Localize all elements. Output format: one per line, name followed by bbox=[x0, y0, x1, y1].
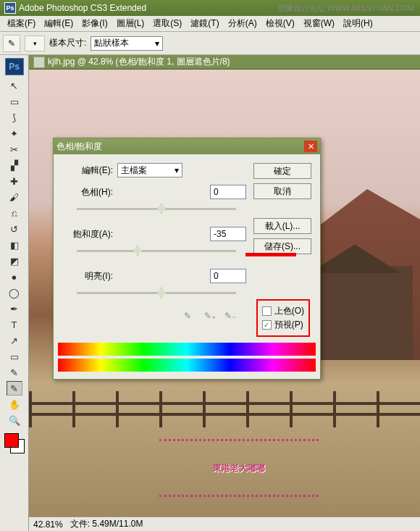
type-tool[interactable]: T bbox=[7, 317, 22, 332]
load-button[interactable]: 載入(L)... bbox=[253, 218, 311, 234]
close-icon[interactable]: ✕ bbox=[304, 141, 317, 152]
cancel-button[interactable]: 取消 bbox=[253, 183, 311, 199]
menu-layer[interactable]: 圖層(L) bbox=[112, 16, 149, 31]
dialog-title: 色相/飽和度 bbox=[56, 141, 102, 153]
eyedropper-icon[interactable]: ✎ bbox=[3, 35, 20, 52]
menu-help[interactable]: 說明(H) bbox=[339, 16, 377, 31]
file-info: 文件: 5.49M/11.0M bbox=[70, 518, 143, 530]
lightness-input[interactable] bbox=[210, 269, 246, 283]
chevron-down-icon: ▾ bbox=[155, 38, 159, 49]
foreground-color[interactable] bbox=[4, 433, 19, 448]
menu-edit[interactable]: 編輯(E) bbox=[40, 16, 77, 31]
lightness-slider[interactable] bbox=[77, 286, 236, 301]
stamp-tool[interactable]: ⎌ bbox=[7, 206, 22, 220]
notes-tool[interactable]: ✎ bbox=[7, 365, 22, 380]
decorative-watermark: 東港老大嘟嘟 bbox=[159, 439, 319, 497]
eyedropper-icon[interactable]: ✎ bbox=[184, 311, 198, 325]
eyedropper-minus-icon[interactable]: ✎₋ bbox=[224, 311, 239, 325]
sample-size-label: 樣本尺寸: bbox=[49, 37, 86, 49]
ps-logo-icon[interactable]: Ps bbox=[5, 58, 24, 75]
slice-tool[interactable]: ▞ bbox=[7, 158, 22, 172]
checkbox-group-highlight: 上色(O) ✓ 預視(P) bbox=[256, 299, 310, 337]
menu-select[interactable]: 選取(S) bbox=[148, 16, 186, 31]
tool-preset-dropdown[interactable]: ▾ bbox=[25, 35, 45, 51]
dialog-titlebar[interactable]: 色相/飽和度 ✕ bbox=[54, 138, 320, 154]
menu-view[interactable]: 檢視(V) bbox=[261, 16, 299, 31]
lightness-label: 明亮(I): bbox=[62, 270, 113, 283]
edit-select[interactable]: 主檔案▾ bbox=[117, 163, 182, 177]
hue-saturation-dialog: 色相/飽和度 ✕ 編輯(E): 主檔案▾ 色相(H): 飽和度(A): 明亮( bbox=[53, 138, 321, 380]
gradient-tool[interactable]: ◩ bbox=[7, 254, 22, 268]
path-tool[interactable]: ↗ bbox=[7, 333, 22, 348]
eyedropper-plus-icon[interactable]: ✎₊ bbox=[204, 311, 219, 325]
save-button[interactable]: 儲存(S)... bbox=[253, 238, 311, 254]
menubar: 檔案(F) 編輯(E) 影像(I) 圖層(L) 選取(S) 濾鏡(T) 分析(A… bbox=[0, 16, 420, 32]
document-tab[interactable]: kjlh.jpg @ 42.8% (色相/飽和度 1, 圖層遮色片/8) bbox=[29, 55, 420, 70]
wand-tool[interactable]: ✦ bbox=[7, 126, 22, 141]
colorize-label: 上色(O) bbox=[274, 305, 304, 317]
annotation-red-line bbox=[245, 253, 296, 256]
marquee-tool[interactable]: ▭ bbox=[7, 94, 22, 109]
sample-size-select[interactable]: 點狀樣本▾ bbox=[91, 36, 163, 51]
dodge-tool[interactable]: ◯ bbox=[7, 285, 22, 300]
preview-label: 預視(P) bbox=[274, 319, 303, 331]
hue-slider[interactable] bbox=[77, 202, 236, 217]
hue-input[interactable] bbox=[210, 185, 246, 199]
image-content-fence bbox=[29, 391, 420, 427]
brush-tool[interactable]: 🖌 bbox=[7, 190, 22, 204]
move-tool[interactable]: ↖ bbox=[7, 78, 22, 93]
eyedropper-tool[interactable]: ✎ bbox=[7, 381, 22, 396]
watermark-text: 思缘设计论坛 WWW.MISSYUAN.COM bbox=[277, 3, 414, 14]
zoom-level[interactable]: 42.81% bbox=[33, 519, 63, 530]
spectrum-bar-bottom bbox=[58, 359, 316, 372]
saturation-slider[interactable] bbox=[77, 244, 236, 259]
options-bar: ✎ ▾ 樣本尺寸: 點狀樣本▾ bbox=[0, 32, 420, 55]
ok-button[interactable]: 確定 bbox=[253, 163, 311, 179]
history-brush-tool[interactable]: ↺ bbox=[7, 222, 22, 236]
preview-checkbox[interactable]: ✓ bbox=[262, 320, 272, 330]
crop-tool[interactable]: ✂ bbox=[7, 142, 22, 156]
hue-label: 色相(H): bbox=[62, 186, 113, 198]
menu-window[interactable]: 視窗(W) bbox=[299, 16, 339, 31]
blur-tool[interactable]: ● bbox=[7, 269, 22, 284]
zoom-tool[interactable]: 🔍 bbox=[7, 413, 22, 427]
color-swatches[interactable] bbox=[4, 433, 25, 453]
menu-file[interactable]: 檔案(F) bbox=[3, 16, 40, 31]
pen-tool[interactable]: ✒ bbox=[7, 301, 22, 316]
menu-analysis[interactable]: 分析(A) bbox=[224, 16, 261, 31]
sample-size-value: 點狀樣本 bbox=[94, 37, 129, 49]
colorize-checkbox[interactable] bbox=[262, 306, 272, 316]
app-logo-icon: Ps bbox=[4, 2, 16, 14]
shape-tool[interactable]: ▭ bbox=[7, 349, 22, 364]
heal-tool[interactable]: ✚ bbox=[7, 174, 22, 188]
doc-icon bbox=[33, 57, 45, 68]
document-title: kjlh.jpg @ 42.8% (色相/飽和度 1, 圖層遮色片/8) bbox=[48, 56, 230, 68]
saturation-label: 飽和度(A): bbox=[62, 228, 113, 241]
status-bar: 42.81% 文件: 5.49M/11.0M bbox=[29, 517, 420, 531]
dialog-controls: 編輯(E): 主檔案▾ 色相(H): 飽和度(A): 明亮(I): bbox=[62, 163, 246, 331]
hand-tool[interactable]: ✋ bbox=[7, 397, 22, 411]
chevron-down-icon: ▾ bbox=[175, 165, 179, 175]
lasso-tool[interactable]: ⟆ bbox=[7, 110, 22, 125]
tools-panel: Ps ↖ ▭ ⟆ ✦ ✂ ▞ ✚ 🖌 ⎌ ↺ ◧ ◩ ● ◯ ✒ T ↗ ▭ ✎… bbox=[0, 55, 29, 531]
saturation-input[interactable] bbox=[210, 227, 246, 241]
spectrum-bar-top bbox=[58, 343, 316, 356]
eyedropper-group: ✎ ✎₊ ✎₋ bbox=[62, 311, 246, 325]
eraser-tool[interactable]: ◧ bbox=[7, 238, 22, 252]
menu-filter[interactable]: 濾鏡(T) bbox=[186, 16, 223, 31]
app-title: Adobe Photoshop CS3 Extended bbox=[19, 3, 146, 13]
menu-image[interactable]: 影像(I) bbox=[77, 16, 112, 31]
edit-label: 編輯(E): bbox=[62, 164, 113, 177]
